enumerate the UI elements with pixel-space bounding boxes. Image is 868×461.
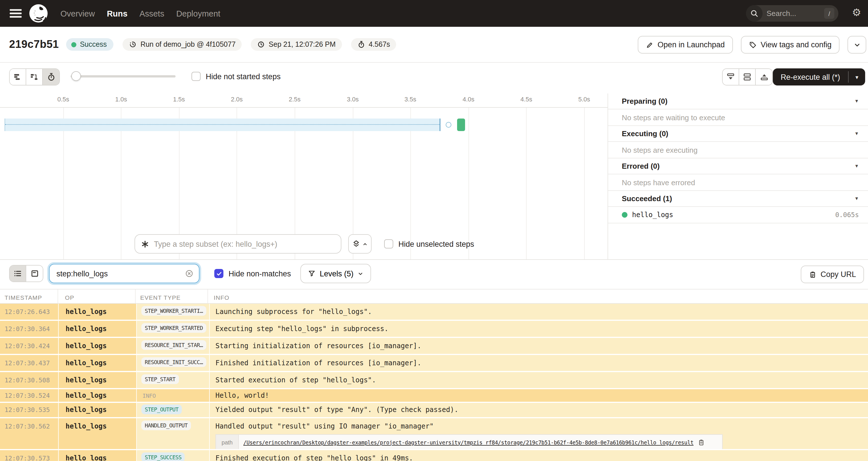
collapse-icon[interactable]: ▼ (854, 163, 859, 169)
nav-assets[interactable]: Assets (140, 9, 164, 18)
collapse-bottom-icon[interactable] (723, 69, 739, 85)
log-view-toggle (9, 265, 43, 282)
graph-query-toggle-button[interactable] (348, 234, 372, 253)
event-type-plain: INFO (141, 390, 156, 399)
run-header: 219c7b51 Success Run of demo_job @ 4f105… (0, 27, 868, 63)
event-type-badge: HANDLED_OUTPUT (141, 421, 191, 430)
log-row[interactable]: 12:07:30.508 hello_logs STEP_START Start… (0, 372, 868, 388)
menu-icon[interactable] (10, 9, 22, 18)
gantt-zoom-slider[interactable] (71, 68, 176, 84)
axis-tick: 2.5s (289, 96, 301, 102)
stopwatch-icon (358, 40, 365, 49)
log-table: TIMESTAMP OP EVENT TYPE INFO 12:07:26.64… (0, 289, 868, 461)
hide-not-started-checkbox[interactable] (191, 72, 200, 81)
reexecute-all-button[interactable]: Re-execute all (*) (773, 68, 848, 86)
list-view-icon[interactable] (10, 266, 26, 281)
gear-icon[interactable]: ⚙ (852, 7, 861, 18)
hide-not-started-control: Hide not started steps (191, 72, 281, 81)
slider-knob[interactable] (71, 71, 81, 81)
step-marker-dot[interactable] (446, 122, 452, 128)
panel-layout-toggle (722, 68, 773, 86)
split-view-icon[interactable] (739, 69, 756, 85)
log-row[interactable]: 12:07:30.535 hello_logs STEP_OUTPUT Yiel… (0, 403, 868, 417)
executing-empty-text: No steps are executing (608, 142, 868, 158)
step-name: hello_logs (632, 211, 673, 219)
axis-tick: 0.5s (57, 96, 69, 102)
step-execution-bar[interactable] (457, 119, 465, 131)
event-type-badge: RESOURCE_INIT_SUCC… (141, 357, 206, 367)
step-subset-input[interactable] (154, 240, 335, 248)
section-executing[interactable]: Executing (0)▼ (608, 126, 868, 142)
preparing-empty-text: No steps are waiting to execute (608, 110, 868, 126)
collapse-icon[interactable]: ▼ (854, 131, 859, 136)
dagster-logo-icon[interactable] (29, 4, 48, 23)
levels-dropdown[interactable]: Levels (5) (300, 264, 371, 283)
main-nav: Overview Runs Assets Deployment (60, 9, 220, 18)
open-in-launchpad-button[interactable]: Open in Launchpad (638, 36, 733, 54)
timing-view-icon[interactable] (43, 69, 59, 85)
axis-tick: 3.0s (347, 96, 359, 102)
succeeded-step-row[interactable]: hello_logs 0.065s (608, 207, 868, 223)
nav-deployment[interactable]: Deployment (176, 9, 220, 18)
clear-filter-icon[interactable] (185, 269, 194, 278)
log-row[interactable]: 12:07:30.437 hello_logs RESOURCE_INIT_SU… (0, 355, 868, 371)
event-type-badge: RESOURCE_INIT_STAR… (141, 340, 206, 350)
step-status-panel: Preparing (0)▼ No steps are waiting to e… (608, 93, 868, 259)
search-input[interactable] (767, 9, 824, 18)
log-row[interactable]: 12:07:30.573 hello_logs STEP_SUCCESS Fin… (0, 450, 868, 461)
search-icon (746, 5, 763, 22)
step-subset-field[interactable] (134, 234, 341, 253)
log-filter-input[interactable] (56, 269, 185, 278)
op-selector-icon (141, 240, 149, 248)
structured-view-icon[interactable] (26, 266, 43, 281)
copy-path-icon[interactable] (698, 438, 705, 446)
status-badge: Success (66, 38, 114, 51)
log-table-header: TIMESTAMP OP EVENT TYPE INFO (0, 289, 868, 304)
reexecute-split-button: Re-execute all (*) ▾ (773, 68, 865, 86)
start-time-tag: Sep 21, 12:07:26 PM (251, 38, 342, 51)
waterfall-gantt-icon[interactable] (26, 69, 43, 85)
hide-non-matches-checkbox[interactable] (214, 269, 223, 278)
reexecute-menu-button[interactable]: ▾ (848, 68, 865, 86)
log-row-info-level[interactable]: 12:07:30.524 hello_logs INFO Hello, worl… (0, 389, 868, 402)
step-subset-row: Hide unselected steps (0, 232, 608, 256)
chevron-down-icon (853, 41, 861, 49)
hide-unselected-checkbox[interactable] (384, 239, 393, 248)
check-icon (216, 270, 222, 277)
expand-top-icon[interactable] (756, 69, 772, 85)
collapse-icon[interactable]: ▼ (854, 99, 859, 104)
copy-url-button[interactable]: Copy URL (801, 266, 864, 283)
run-actions-menu-button[interactable] (847, 36, 866, 54)
col-event-type: EVENT TYPE (136, 289, 208, 303)
nav-runs[interactable]: Runs (107, 9, 128, 18)
global-search[interactable]: / (746, 5, 838, 22)
run-header-actions: Open in Launchpad View tags and config (638, 36, 866, 54)
log-row[interactable]: 12:07:30.424 hello_logs RESOURCE_INIT_ST… (0, 338, 868, 354)
hide-not-started-label: Hide not started steps (206, 72, 281, 81)
output-path-box: path /Users/erincochran/Desktop/dagster-… (215, 434, 723, 449)
section-succeeded[interactable]: Succeeded (1)▼ (608, 191, 868, 207)
log-row-handled-output[interactable]: 12:07:30.562 hello_logs HANDLED_OUTPUT H… (0, 418, 868, 449)
section-errored[interactable]: Errored (0)▼ (608, 158, 868, 174)
log-row[interactable]: 12:07:30.364 hello_logs STEP_WORKER_STAR… (0, 321, 868, 337)
collapse-icon[interactable]: ▼ (854, 196, 859, 201)
step-waiting-band[interactable] (5, 119, 440, 131)
errored-empty-text: No steps have errored (608, 174, 868, 191)
nav-overview[interactable]: Overview (60, 9, 95, 18)
view-tags-config-button[interactable]: View tags and config (741, 36, 839, 54)
axis-tick: 4.0s (463, 96, 474, 102)
log-filter-field[interactable] (49, 264, 199, 283)
axis-line (0, 107, 608, 108)
run-id-title: 219c7b51 (9, 38, 59, 51)
topbar: Overview Runs Assets Deployment / ⚙ (0, 0, 868, 27)
clock-icon (257, 40, 265, 49)
flat-gantt-icon[interactable] (10, 69, 26, 85)
event-type-badge: STEP_OUTPUT (141, 405, 182, 414)
log-row[interactable]: 12:07:26.643 hello_logs STEP_WORKER_STAR… (0, 304, 868, 320)
section-preparing[interactable]: Preparing (0)▼ (608, 93, 868, 110)
log-toolbar: Hide non-matches Levels (5) Copy URL (0, 260, 868, 289)
gantt-view-toggle (9, 68, 60, 86)
slider-track[interactable] (71, 75, 176, 78)
run-of-tag[interactable]: Run of demo_job @ 4f105077 (123, 38, 242, 51)
output-path-link[interactable]: /Users/erincochran/Desktop/dagster-examp… (243, 439, 693, 445)
